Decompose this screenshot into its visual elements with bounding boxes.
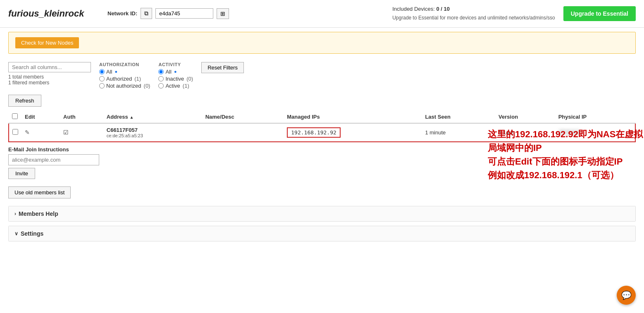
act-active-radio[interactable]: [158, 83, 164, 88]
device-mac: ce:de:25:a5:a5:23: [107, 133, 199, 138]
header: furious_kleinrock Network ID: ⧉ ⊞ Includ…: [0, 0, 644, 28]
col-auth-header: Auth: [60, 111, 103, 123]
row-edit-cell: ✎: [21, 123, 60, 142]
sort-indicator: ▲: [129, 115, 134, 119]
chevron-down-icon: ∨: [14, 231, 18, 237]
act-active-row: Active (1): [158, 83, 193, 89]
row-checkbox[interactable]: [12, 129, 18, 135]
col-edit-header: Edit: [21, 111, 60, 123]
table-header-row: Edit Auth Address ▲ Name/Desc Managed IP…: [9, 111, 635, 123]
banner-area: Check for New Nodes: [8, 32, 636, 54]
search-input[interactable]: [8, 62, 91, 72]
chat-icon: 💬: [621, 290, 632, 300]
network-id-label: Network ID:: [107, 10, 137, 17]
col-address-header: Address ▲: [103, 111, 202, 123]
reset-filters-button[interactable]: Reset Filters: [201, 62, 244, 73]
use-old-members-button[interactable]: Use old members list: [8, 186, 71, 198]
select-all-checkbox[interactable]: [12, 113, 18, 119]
settings-section: ∨ Settings: [8, 226, 636, 241]
members-help-label: Members Help: [19, 210, 58, 217]
chevron-right-icon: ›: [14, 211, 16, 217]
annotation-line2: 可点击Edit下面的图标手动指定IP: [488, 155, 644, 168]
app-title: furious_kleinrock: [8, 8, 91, 19]
email-input[interactable]: [8, 154, 99, 165]
settings-label: Settings: [21, 230, 43, 237]
filtered-members-label: 1 filtered members: [8, 80, 91, 86]
act-all-radio[interactable]: [158, 69, 164, 74]
col-namedesc-header: Name/Desc: [202, 111, 284, 123]
row-address-cell: C66117F057 ce:de:25:a5:a5:23: [103, 123, 202, 142]
auth-authorized-radio[interactable]: [99, 76, 105, 81]
members-help-header[interactable]: › Members Help: [9, 206, 635, 221]
edit-icon[interactable]: ✎: [25, 129, 30, 136]
refresh-area: Refresh: [0, 93, 644, 111]
table-container: Edit Auth Address ▲ Name/Desc Managed IP…: [0, 111, 644, 142]
annotation-overlay: 这里的192.168.192.92即为NAS在虚拟局域网中的IP 可点击Edit…: [240, 123, 644, 186]
col-last-seen-header: Last Seen: [422, 111, 495, 123]
device-address: C66117F057: [107, 127, 199, 133]
settings-header[interactable]: ∨ Settings: [9, 226, 635, 241]
authorization-filter: AUTHORIZATION All ● Authorized (1) Not a…: [99, 62, 150, 89]
filter-area: 1 total members 1 filtered members AUTHO…: [0, 58, 644, 93]
act-inactive-row: Inactive (0): [158, 76, 193, 82]
auth-all-row: All ●: [99, 69, 150, 75]
search-section: 1 total members 1 filtered members: [8, 62, 91, 86]
total-members-label: 1 total members: [8, 74, 91, 80]
network-id-section: Network ID: ⧉ ⊞: [107, 8, 229, 19]
act-all-row: All ●: [158, 69, 193, 75]
row-auth-cell: ☑: [60, 123, 103, 142]
col-version-header: Version: [495, 111, 555, 123]
included-devices-info: Included Devices: 0 / 10 Upgrade to Esse…: [392, 5, 555, 22]
auth-not-authorized-radio[interactable]: [99, 83, 105, 88]
auth-all-radio[interactable]: [99, 69, 105, 74]
check-nodes-button[interactable]: Check for New Nodes: [15, 37, 79, 48]
col-managed-ips-header: Managed IPs: [284, 111, 422, 123]
col-select-all: [9, 111, 21, 123]
chat-button[interactable]: 💬: [617, 286, 636, 305]
network-id-input[interactable]: [155, 8, 213, 19]
qr-button[interactable]: ⊞: [217, 8, 229, 19]
auth-authorized-row: Authorized (1): [99, 76, 150, 82]
annotation-line3: 例如改成192.168.192.1（可选）: [488, 168, 644, 182]
col-physical-ip-header: Physical IP: [555, 111, 635, 123]
activity-filter: ACTIVITY All ● Inactive (0) Active (1): [158, 62, 193, 89]
upgrade-button[interactable]: Upgrade to Essential: [563, 6, 636, 21]
header-right: Included Devices: 0 / 10 Upgrade to Esse…: [392, 5, 636, 22]
invite-button[interactable]: Invite: [8, 168, 35, 179]
auth-not-authorized-row: Not authorized (0): [99, 83, 150, 89]
auth-check-icon: ☑: [63, 129, 69, 136]
members-help-section: › Members Help: [8, 206, 636, 222]
copy-button[interactable]: ⧉: [141, 8, 152, 19]
act-inactive-radio[interactable]: [158, 76, 164, 81]
row-checkbox-cell: [9, 123, 21, 142]
refresh-button[interactable]: Refresh: [8, 95, 41, 107]
annotation-line1: 这里的192.168.192.92即为NAS在虚拟局域网中的IP: [488, 127, 644, 155]
